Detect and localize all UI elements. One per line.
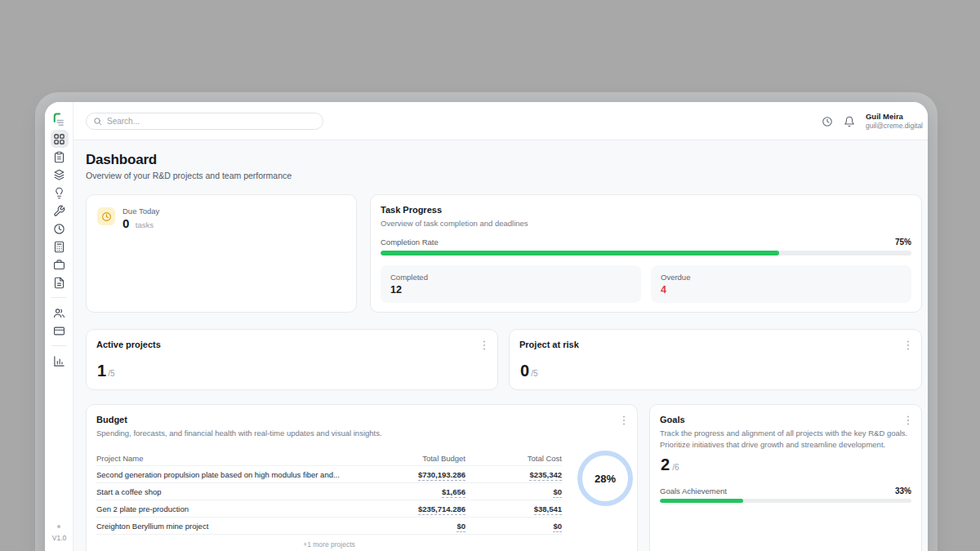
layers-icon [53, 169, 65, 181]
cost-value-link[interactable]: $235,342 [529, 470, 562, 481]
due-today-value: 0 [122, 216, 129, 230]
task-progress-subtitle: Overview of task completion and deadline… [381, 218, 911, 229]
goals-count: 2 /6 [661, 455, 679, 474]
sidebar-nav [45, 130, 74, 370]
search-icon [93, 117, 102, 126]
billing-card-icon [53, 325, 65, 337]
sidebar-item-calculator[interactable] [51, 238, 69, 256]
due-today-card: Due Today 0 tasks [86, 194, 357, 313]
search-input[interactable] [107, 117, 316, 126]
sidebar-item-tasks[interactable] [51, 148, 69, 166]
task-progress-title: Task Progress [381, 205, 911, 215]
budget-ratio-ring: 28% [577, 451, 633, 506]
col-project-name: Project Name [96, 454, 361, 463]
sidebar-item-ideas[interactable] [51, 184, 69, 202]
active-projects-card: Active projects 1 /5 [86, 329, 498, 390]
clock-icon [53, 223, 65, 235]
page-title: Dashboard [86, 152, 157, 168]
project-at-risk-value: 0 [520, 362, 529, 380]
goals-subtitle: Track the progress and alignment of all … [660, 428, 911, 451]
goals-achievement-label: Goals Achievement [660, 487, 727, 495]
budget-menu-icon[interactable] [620, 415, 628, 426]
budget-ratio-value: 28% [595, 473, 616, 485]
active-projects-count: 1 /5 [97, 362, 114, 380]
table-row: Creighton Beryllium mine project $0 $0 [96, 518, 562, 535]
active-projects-value: 1 [97, 362, 106, 380]
task-progress-card: Task Progress Overview of task completio… [370, 194, 922, 313]
task-stats-row: Completed 12 Overdue 4 [381, 265, 911, 303]
sidebar: V1.0 [45, 102, 74, 551]
budget-value-link[interactable]: $730,193.286 [418, 470, 466, 481]
project-at-risk-menu-icon[interactable] [904, 340, 912, 351]
col-total-cost: Total Cost [466, 454, 562, 463]
sidebar-item-portfolio[interactable] [51, 256, 69, 273]
active-projects-total: /5 [108, 369, 114, 378]
document-icon [53, 277, 65, 289]
completion-rate-row: Completion Rate 75% [381, 238, 911, 247]
due-today-unit: tasks [136, 220, 154, 229]
briefcase-icon [53, 259, 65, 271]
status-dot [57, 525, 60, 528]
budget-table-header: Project Name Total Budget Total Cost [96, 451, 562, 466]
goals-progress-bar [660, 499, 911, 503]
budget-value-link[interactable]: $1,656 [442, 487, 466, 498]
app-version: V1.0 [45, 534, 74, 542]
due-today-label: Due Today [122, 207, 159, 216]
sidebar-divider [51, 297, 67, 298]
completed-label: Completed [390, 273, 631, 282]
cost-value-link[interactable]: $38,541 [534, 504, 562, 515]
overdue-value: 4 [661, 284, 902, 295]
task-progress-head: Task Progress Overview of task completio… [381, 205, 911, 229]
active-projects-menu-icon[interactable] [480, 340, 488, 351]
history-clock-icon[interactable] [822, 116, 833, 127]
cost-value-link[interactable]: $0 [553, 487, 562, 498]
budget-value-link[interactable]: $0 [457, 522, 466, 532]
budget-card: Budget Spending, forecasts, and financia… [86, 404, 638, 551]
active-projects-title: Active projects [96, 340, 488, 349]
project-at-risk-count: 0 /5 [520, 362, 537, 380]
sidebar-item-documents[interactable] [51, 273, 69, 291]
more-projects-link[interactable]: +1 more projects [96, 540, 562, 549]
project-at-risk-card: Project at risk 0 /5 [509, 329, 922, 390]
sidebar-item-time[interactable] [51, 220, 69, 238]
user-menu[interactable]: Guil Meira guil@creme.digital [866, 112, 923, 131]
header-right: Guil Meira guil@creme.digital [822, 102, 923, 140]
project-name: Creighton Beryllium mine project [96, 522, 361, 531]
page-subtitle: Overview of your R&D projects and team p… [86, 171, 292, 180]
dashboard-grid-icon [53, 133, 65, 145]
sidebar-item-team[interactable] [51, 304, 69, 322]
goals-total: /6 [672, 463, 679, 472]
due-clock-icon [97, 207, 115, 225]
goals-achievement-row: Goals Achievement 33% [660, 487, 911, 495]
overdue-stat: Overdue 4 [651, 265, 911, 303]
top-header: Guil Meira guil@creme.digital [74, 102, 928, 140]
app-window: V1.0 Guil Meira guil@creme.digital Dashb… [45, 102, 928, 551]
budget-title: Budget [96, 415, 627, 424]
goals-title: Goals [660, 415, 911, 424]
project-name: Gen 2 plate pre-production [96, 504, 361, 513]
sidebar-item-projects[interactable] [51, 166, 69, 184]
table-row: Start a coffee shop $1,656 $0 [96, 483, 562, 500]
completed-value: 12 [390, 284, 631, 295]
wrench-icon [53, 205, 65, 217]
budget-value-link[interactable]: $235,714.286 [418, 504, 466, 515]
cost-value-link[interactable]: $0 [553, 522, 562, 532]
table-row: Gen 2 plate pre-production $235,714.286 … [96, 500, 562, 518]
table-row: Second generation propulsion plate based… [96, 466, 562, 483]
goals-menu-icon[interactable] [904, 415, 912, 426]
sidebar-item-tools[interactable] [51, 202, 69, 220]
goals-card: Goals Track the progress and alignment o… [649, 404, 922, 551]
user-name: Guil Meira [866, 112, 923, 122]
search-box[interactable] [86, 113, 323, 130]
bar-chart-icon [53, 355, 65, 367]
sidebar-item-reports[interactable] [51, 352, 69, 370]
lightbulb-icon [53, 187, 65, 199]
notifications-bell-icon[interactable] [844, 116, 855, 127]
completion-progress-fill [381, 251, 779, 256]
sidebar-item-dashboard[interactable] [51, 130, 69, 148]
sidebar-divider [51, 345, 67, 346]
project-name: Start a coffee shop [96, 487, 361, 496]
team-icon [53, 307, 65, 319]
sidebar-item-billing[interactable] [51, 322, 69, 340]
goals-progress-fill [660, 499, 743, 503]
